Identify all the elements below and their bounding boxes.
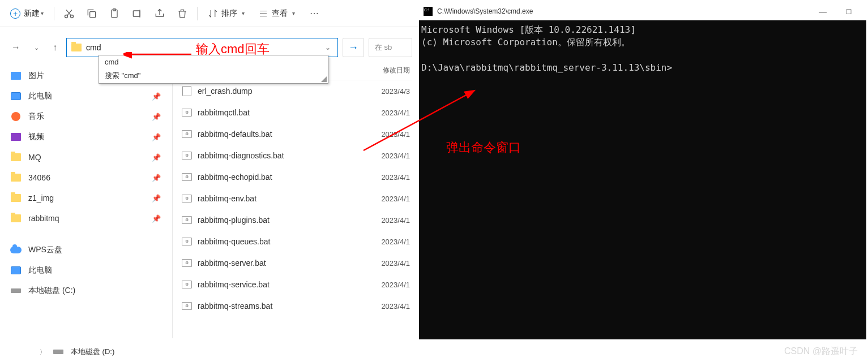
view-label: 查看 (272, 8, 288, 19)
music-icon (11, 112, 20, 121)
file-row[interactable]: ⚙rabbitmq-queues.bat2023/4/1 (179, 231, 412, 252)
file-name: rabbitmq-plugins.bat (198, 216, 381, 225)
divider (197, 7, 198, 20)
file-date: 2023/4/1 (381, 195, 410, 203)
file-name: rabbitmq-service.bat (198, 280, 381, 289)
annotation-arrow-1 (123, 52, 197, 92)
address-dropdown[interactable]: ⌄ (323, 44, 333, 51)
sidebar-item-label: 视频 (28, 132, 44, 142)
cut-button[interactable] (59, 3, 79, 24)
tree-fragment: 〉 本地磁盘 (D:) (23, 342, 215, 362)
maximize-button[interactable]: □ (836, 3, 862, 20)
view-icon (258, 8, 268, 19)
folder-icon (11, 174, 21, 182)
sort-icon (208, 8, 218, 19)
delete-button[interactable] (172, 3, 193, 24)
video-icon (11, 133, 21, 141)
up-button[interactable]: ↑ (48, 39, 62, 56)
sort-button[interactable]: 排序 ▾ (202, 5, 250, 22)
cmd-output[interactable]: Microsoft Windows [版本 10.0.22621.1413] (… (419, 20, 866, 78)
new-button[interactable]: + 新建 ▾ (5, 5, 49, 22)
cloud-icon (10, 247, 22, 253)
sidebar-item-label: 此电脑 (28, 91, 52, 101)
folder-icon (11, 153, 21, 161)
file-row[interactable]: ⚙rabbitmq-plugins.bat2023/4/1 (179, 209, 412, 231)
sidebar: 图片📌此电脑📌音乐📌视频📌MQ📌34066📌z1_img📌rabbitmq📌 W… (0, 61, 173, 338)
folder-icon (71, 44, 82, 51)
rename-button[interactable] (127, 3, 147, 24)
copy-button[interactable] (82, 3, 102, 24)
recent-button[interactable]: ⌄ (29, 41, 44, 55)
more-button[interactable]: ⋯ (305, 3, 323, 23)
file-row[interactable]: ⚙rabbitmq-streams.bat2023/4/1 (179, 295, 412, 317)
bat-file-icon: ⚙ (182, 109, 192, 117)
svg-rect-5 (133, 11, 140, 16)
resize-handle[interactable] (320, 75, 327, 82)
sidebar-item-label: z1_img (28, 193, 54, 202)
file-name: rabbitmqctl.bat (198, 108, 381, 117)
header-date[interactable]: 修改日期 (383, 66, 410, 75)
bat-file-icon: ⚙ (182, 238, 192, 245)
sidebar-item-label: rabbitmq (28, 214, 59, 223)
tree-item-d[interactable]: 本地磁盘 (D:) (71, 347, 114, 357)
file-name: rabbitmq-queues.bat (198, 237, 381, 246)
cmd-window: C:\Windows\System32\cmd.exe — □ Microsof… (419, 2, 866, 339)
toolbar: + 新建 ▾ 排序 ▾ 查看 ▾ ⋯ (0, 0, 419, 27)
sidebar-item-4[interactable]: MQ📌 (0, 147, 172, 167)
sidebar-item-label: MQ (28, 153, 41, 162)
go-button[interactable]: → (343, 38, 364, 57)
new-label: 新建 (24, 8, 40, 19)
file-name: rabbitmq-diagnostics.bat (198, 151, 381, 160)
file-row[interactable]: ⚙rabbitmq-env.bat2023/4/1 (179, 188, 412, 209)
folder-icon (11, 194, 21, 202)
forward-button[interactable]: → (7, 39, 25, 56)
file-name: rabbitmq-defaults.bat (198, 130, 381, 139)
file-date: 2023/4/1 (381, 302, 410, 311)
divider (54, 7, 54, 20)
file-name: rabbitmq-env.bat (198, 194, 381, 203)
file-row[interactable]: ⚙rabbitmq-service.bat2023/4/1 (179, 274, 412, 295)
file-name: rabbitmq-streams.bat (198, 301, 381, 311)
file-name: rabbitmq-echopid.bat (198, 173, 381, 182)
chevron-down-icon: ▾ (242, 10, 245, 16)
chevron-down-icon: ▾ (41, 10, 44, 16)
sidebar-item2-0[interactable]: WPS云盘 (0, 240, 172, 260)
paste-button[interactable] (104, 3, 125, 24)
sidebar-item-label: 音乐 (28, 111, 44, 122)
file-name: erl_crash.dump (198, 87, 381, 96)
sidebar-item2-1[interactable]: 此电脑 (0, 260, 172, 281)
sidebar-item-label: WPS云盘 (28, 245, 62, 255)
file-date: 2023/4/1 (381, 173, 410, 182)
chevron-right-icon[interactable]: 〉 (40, 348, 46, 356)
bat-file-icon: ⚙ (182, 173, 192, 181)
minimize-button[interactable]: — (810, 3, 836, 20)
cmd-icon (424, 7, 433, 16)
pin-icon: 📌 (152, 92, 161, 101)
view-button[interactable]: 查看 ▾ (253, 5, 301, 22)
search-placeholder: 在 sb (375, 42, 392, 53)
sidebar-item-3[interactable]: 视频📌 (0, 127, 172, 147)
disk-icon (11, 288, 21, 293)
file-row[interactable]: ⚙rabbitmq-echopid.bat2023/4/1 (179, 166, 412, 188)
pc-icon (11, 92, 21, 100)
sidebar-item2-2[interactable]: 本地磁盘 (C:) (0, 281, 172, 301)
file-date: 2023/4/1 (381, 238, 410, 246)
explorer-body: 图片📌此电脑📌音乐📌视频📌MQ📌34066📌z1_img📌rabbitmq📌 W… (0, 61, 419, 338)
sidebar-item-label: 34066 (28, 173, 50, 182)
pin-icon: 📌 (152, 133, 161, 141)
img-icon (11, 72, 21, 80)
sidebar-item-6[interactable]: z1_img📌 (0, 188, 172, 208)
folder-icon (11, 214, 21, 222)
pin-icon: 📌 (152, 214, 161, 223)
sidebar-item-5[interactable]: 34066📌 (0, 167, 172, 188)
cmd-titlebar[interactable]: C:\Windows\System32\cmd.exe — □ (419, 2, 866, 20)
sidebar-item-7[interactable]: rabbitmq📌 (0, 208, 172, 229)
annotation-text-1: 输入cmd回车 (196, 41, 270, 58)
sidebar-item-2[interactable]: 音乐📌 (0, 106, 172, 127)
watermark: CSDN @路遥叶子 (784, 346, 858, 357)
file-row[interactable]: ⚙rabbitmq-server.bat2023/4/1 (179, 252, 412, 274)
chevron-down-icon: ▾ (292, 10, 295, 16)
search-box[interactable]: 在 sb (369, 38, 412, 57)
bat-file-icon: ⚙ (182, 152, 192, 160)
share-button[interactable] (149, 3, 170, 24)
